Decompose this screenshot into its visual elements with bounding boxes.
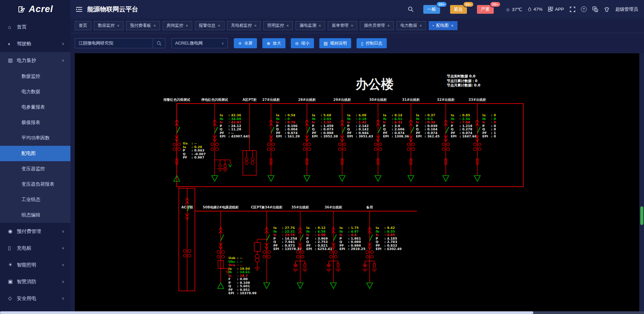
sidebar-subitem[interactable]: 数据监控 (0, 69, 70, 84)
sidebar-item-prepaid[interactable]: ◉ 预付费管理 ∨ (0, 223, 70, 240)
tab-close-icon[interactable]: × (154, 23, 156, 28)
svg-text::: : (460, 124, 461, 128)
horizontal-scrollbar-thumb[interactable] (0, 311, 533, 314)
tab-label: 报警信息 (199, 23, 216, 28)
tab-5[interactable]: 充电桩监控 × (227, 21, 261, 30)
tab-close-icon[interactable]: × (218, 23, 220, 28)
sidebar-item-lighting[interactable]: ☀ 智能照明 ∨ (0, 256, 70, 273)
svg-text:P: P (228, 281, 231, 285)
svg-text::: : (460, 127, 461, 131)
tab-2[interactable]: 预付费看板 × (126, 21, 160, 30)
svg-text:6.85: 6.85 (387, 233, 395, 237)
sidebar-subitem[interactable]: 变压器负荷报表 (0, 177, 70, 192)
alarm-badge[interactable]: 严重99+ (477, 5, 494, 14)
zoom-in-icon: ⊕ (267, 41, 270, 46)
username[interactable]: 超级管理员 (615, 6, 638, 12)
svg-text:0.974: 0.974 (462, 131, 472, 135)
tab-close-icon[interactable]: × (319, 23, 321, 28)
tab-1[interactable]: 数据监控 × (94, 21, 123, 30)
sidebar-subitem[interactable]: 电力数据 (0, 84, 70, 100)
svg-text::: : (384, 237, 386, 240)
sidebar-subitem[interactable]: 配电图 (0, 146, 70, 161)
svg-text:0.279: 0.279 (462, 127, 472, 131)
alarm-badge[interactable]: 紧急99+ (450, 5, 467, 14)
zoom-in-button[interactable]: ⊕ 放大 (262, 38, 285, 48)
single-line-diagram[interactable]: 办公楼节点实时数据 0.0节点日累计数据：0节点月累计数据: 0.0报警红色闪烁… (75, 53, 639, 314)
weather-indicator: ☼ 37℃ (505, 6, 522, 12)
sidebar-subitem[interactable]: 变压器监控 (0, 161, 70, 177)
zoom-out-button[interactable]: ⊖ 缩小 (291, 38, 314, 48)
tab-9[interactable]: 操作员管理 × (360, 21, 394, 30)
tab-close-icon[interactable]: × (451, 23, 453, 28)
tab-close-icon[interactable]: × (351, 23, 353, 28)
theme-shirt-icon[interactable] (604, 7, 610, 12)
svg-text:Ia: Ia (451, 113, 454, 117)
tab-0[interactable]: 首页 (75, 21, 91, 30)
svg-text:14.254: 14.254 (285, 237, 297, 240)
sidebar-item-charging-pile[interactable]: ▯ 充电桩 ∨ (0, 240, 70, 256)
svg-text:节点月累计数据: 0.0: 节点月累计数据: 0.0 (447, 83, 480, 87)
tab-11[interactable]: • 配电图 × (429, 21, 458, 30)
sidebar-item-cockpit[interactable]: ◐ 驾驶舱 ∨ (0, 35, 70, 52)
station-search-input[interactable] (75, 41, 153, 46)
tab-3[interactable]: 房间监控 × (163, 21, 192, 30)
microgrid-select[interactable]: ACREL微电网 ∨ (171, 38, 228, 48)
tab-10[interactable]: 电力数据 × (396, 21, 426, 30)
svg-text:0.821: 0.821 (318, 244, 328, 247)
svg-text:7.84: 7.84 (462, 120, 470, 124)
svg-text:Ia: Ia (347, 113, 351, 117)
sidebar-subitem[interactable]: 工业组态 (0, 192, 70, 207)
tab-close-icon[interactable]: × (420, 23, 422, 28)
vertical-scrollbar-thumb[interactable] (640, 206, 643, 225)
tab-7[interactable]: 漏电监测 × (296, 21, 325, 30)
app-download[interactable]: APP (548, 7, 564, 12)
tab-6[interactable]: 照明监控 × (263, 21, 293, 30)
sidebar-subitem[interactable]: 组态编辑 (0, 207, 70, 223)
sidebar-item-fire[interactable]: ▣ 智慧消防 ∨ (0, 273, 70, 290)
tab-close-icon[interactable]: × (286, 23, 289, 28)
diagram-toolbar: ACREL微电网 ∨ ✛ 全屏 ⊕ 放大 ⊖ 缩小 ▤ 规则说明 ▯ 控制日志 (70, 33, 644, 53)
svg-text:EPI: EPI (376, 247, 381, 251)
sidebar-item-power-metering[interactable]: ▥ 电力集抄 ∧ (0, 52, 70, 69)
tab-8[interactable]: 菜单管理 × (328, 21, 357, 30)
svg-text:19.04: 19.04 (240, 267, 250, 270)
diagram-viewport[interactable]: 办公楼节点实时数据 0.0节点日累计数据：0节点月累计数据: 0.0报警红色闪烁… (75, 53, 639, 314)
help-icon[interactable]: ? (581, 6, 587, 12)
rules-doc-button[interactable]: ▤ 规则说明 (319, 38, 351, 48)
weather-icon: ☼ (505, 6, 511, 12)
horizontal-scrollbar[interactable] (0, 311, 644, 314)
svg-text:24.12: 24.12 (231, 124, 241, 128)
svg-text:EPI: EPI (228, 291, 234, 295)
tab-label: 数据监控 (98, 23, 115, 28)
tab-4[interactable]: 报警信息 × (195, 21, 224, 30)
svg-text:P: P (376, 237, 378, 240)
sidebar: Acrel ⌂ 首页 ◐ 驾驶舱 ∨ ▥ 电力集抄 ∧ 数据监控电力数据电参量报… (0, 0, 70, 314)
sidebar-item-label: 充电桩 (17, 245, 62, 251)
fullscreen-icon[interactable] (570, 7, 575, 12)
sidebar-subitem[interactable]: 电参量报表 (0, 100, 70, 115)
svg-text::: : (228, 127, 230, 131)
collapse-menu-icon[interactable] (76, 7, 83, 12)
tab-close-icon[interactable]: × (387, 23, 390, 28)
vertical-scrollbar[interactable] (639, 53, 644, 314)
svg-text:Q: Q (482, 127, 485, 131)
svg-text:0.089: 0.089 (351, 240, 361, 244)
svg-text:Ic: Ic (312, 120, 315, 124)
tab-close-icon[interactable]: × (186, 23, 188, 28)
search-icon[interactable] (408, 6, 414, 12)
control-log-button[interactable]: ▯ 控制日志 (357, 38, 387, 48)
svg-text:42007.641: 42007.641 (231, 134, 250, 138)
sidebar-subitem[interactable]: 极值报表 (0, 115, 70, 130)
tab-close-icon[interactable]: × (254, 23, 257, 28)
svg-text:Q: Q (273, 240, 276, 244)
alarm-badge[interactable]: 一般99+ (423, 5, 440, 14)
sidebar-item-home[interactable]: ⌂ 首页 (0, 18, 70, 35)
fullscreen-move-button[interactable]: ✛ 全屏 (234, 38, 257, 48)
tab-label: 照明监控 (267, 23, 284, 28)
sidebar-group-power-metering: ▥ 电力集抄 ∧ 数据监控电力数据电参量报表极值报表平均功率因数配电图变压器监控… (0, 52, 70, 223)
tab-close-icon[interactable]: × (117, 23, 119, 28)
sidebar-subitem[interactable]: 平均功率因数 (0, 130, 70, 146)
sidebar-item-electrical-safety[interactable]: ◇ 安全用电 ∨ (0, 290, 70, 307)
translate-icon[interactable]: 中 A (592, 6, 598, 12)
search-button[interactable] (153, 39, 165, 48)
